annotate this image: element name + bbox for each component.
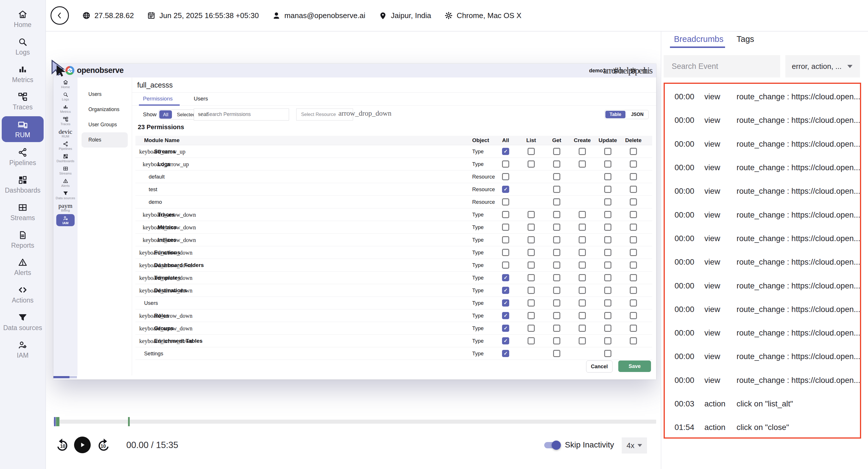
permission-checkbox-update[interactable]	[604, 274, 611, 281]
permission-checkbox-delete[interactable]	[630, 274, 637, 281]
iam-menu-item-user-groups[interactable]: User Groups	[78, 117, 132, 132]
permission-checkbox-all[interactable]	[502, 337, 509, 344]
permission-checkbox-create[interactable]	[579, 261, 586, 269]
replay-sidebar-item-alerts[interactable]: Alerts	[53, 177, 78, 189]
permission-checkbox-all[interactable]	[502, 324, 509, 332]
sidebar-item-alerts[interactable]: Alerts	[2, 253, 43, 281]
replay-sidebar-item-metrics[interactable]: Metrics	[53, 103, 78, 115]
permission-checkbox-delete[interactable]	[630, 324, 637, 332]
rewind-10-button[interactable]: 10	[55, 437, 71, 453]
permission-checkbox-list[interactable]	[528, 300, 535, 307]
sidebar-item-metrics[interactable]: Metrics	[2, 60, 43, 88]
breadcrumb-row[interactable]: 00:00viewroute_change : https://cloud.op…	[665, 132, 860, 156]
permission-checkbox-all[interactable]	[502, 160, 509, 168]
permission-checkbox-all[interactable]	[502, 274, 509, 281]
permission-checkbox-get[interactable]	[553, 350, 560, 357]
permission-checkbox-create[interactable]	[579, 211, 586, 218]
permission-checkbox-update[interactable]	[604, 224, 611, 231]
replay-sidebar-item-home[interactable]: Home	[53, 78, 78, 90]
forward-10-button[interactable]: 10	[95, 437, 112, 453]
tab-tags[interactable]: Tags	[737, 32, 754, 46]
permission-checkbox-delete[interactable]	[630, 186, 637, 193]
breadcrumb-row[interactable]: 00:00viewroute_change : https://cloud.op…	[665, 156, 860, 179]
sidebar-item-rum[interactable]: RUM	[2, 116, 43, 142]
replay-sidebar-item-logs[interactable]: Logs	[53, 90, 78, 103]
timeline-event-marker[interactable]	[128, 417, 130, 426]
permission-checkbox-delete[interactable]	[630, 249, 637, 256]
permission-checkbox-create[interactable]	[579, 249, 586, 256]
breadcrumb-row[interactable]: 00:00viewroute_change : https://cloud.op…	[665, 203, 860, 226]
permission-checkbox-get[interactable]	[553, 287, 560, 294]
permission-checkbox-all[interactable]	[502, 312, 509, 319]
timeline-event-marker[interactable]	[54, 417, 56, 426]
permission-checkbox-update[interactable]	[604, 324, 611, 332]
permission-checkbox-list[interactable]	[528, 236, 535, 243]
tab-users[interactable]: Users	[194, 93, 208, 105]
save-button[interactable]: Save	[618, 361, 651, 372]
breadcrumb-row[interactable]: 00:00viewroute_change : https://cloud.op…	[665, 227, 860, 250]
replay-sidebar-item-streams[interactable]: Streams	[53, 164, 78, 177]
permission-checkbox-create[interactable]	[579, 324, 586, 332]
permission-checkbox-all[interactable]	[502, 287, 509, 294]
sidebar-item-logs[interactable]: Logs	[2, 33, 43, 60]
table-view-button[interactable]: Table	[606, 111, 626, 118]
permission-checkbox-delete[interactable]	[630, 160, 637, 168]
iam-menu-item-organizations[interactable]: Organizations	[78, 102, 132, 117]
permission-checkbox-get[interactable]	[553, 261, 560, 269]
breadcrumb-row[interactable]: 00:00viewroute_change : https://cloud.op…	[665, 321, 860, 345]
permission-checkbox-delete[interactable]	[630, 300, 637, 307]
permission-checkbox-all[interactable]	[502, 300, 509, 307]
permission-checkbox-get[interactable]	[553, 173, 560, 180]
permission-checkbox-all[interactable]	[502, 211, 509, 218]
breadcrumb-row[interactable]: 00:03actionclick on "list_alt"	[665, 392, 860, 416]
permission-checkbox-update[interactable]	[604, 312, 611, 319]
permission-checkbox-list[interactable]	[528, 337, 535, 344]
replay-sidebar-item-iam[interactable]: IAM	[56, 214, 74, 226]
permission-checkbox-get[interactable]	[553, 148, 560, 155]
permission-checkbox-update[interactable]	[604, 249, 611, 256]
playback-timeline[interactable]	[53, 419, 656, 424]
permission-checkbox-update[interactable]	[604, 148, 611, 155]
permission-checkbox-delete[interactable]	[630, 337, 637, 344]
iam-menu-item-users[interactable]: Users	[78, 87, 132, 102]
permission-checkbox-all[interactable]	[502, 198, 509, 206]
permission-checkbox-delete[interactable]	[630, 224, 637, 231]
permission-checkbox-all[interactable]	[502, 173, 509, 180]
permission-checkbox-get[interactable]	[553, 211, 560, 218]
permission-checkbox-update[interactable]	[604, 173, 611, 180]
permission-checkbox-update[interactable]	[604, 198, 611, 206]
permission-checkbox-get[interactable]	[553, 224, 560, 231]
permission-checkbox-delete[interactable]	[630, 312, 637, 319]
tab-breadcrumbs[interactable]: Breadcrumbs	[674, 32, 723, 46]
permission-checkbox-get[interactable]	[553, 312, 560, 319]
breadcrumb-row[interactable]: 00:00viewroute_change : https://cloud.op…	[665, 274, 860, 298]
cancel-button[interactable]: Cancel	[586, 361, 613, 373]
replay-horizontal-scrollbar[interactable]	[53, 376, 69, 378]
permission-checkbox-get[interactable]	[553, 236, 560, 243]
tab-permissions[interactable]: Permissions	[143, 93, 173, 105]
replay-sidebar-item-pipelines[interactable]: Pipelines	[53, 140, 78, 152]
permission-checkbox-all[interactable]	[502, 236, 509, 243]
breadcrumb-row[interactable]: 00:00viewroute_change : https://cloud.op…	[665, 250, 860, 274]
back-button[interactable]	[51, 6, 69, 25]
permission-checkbox-create[interactable]	[579, 312, 586, 319]
sidebar-item-streams[interactable]: Streams	[2, 198, 43, 226]
search-permissions-input[interactable]: sear Search Permissions	[194, 108, 289, 121]
permission-checkbox-update[interactable]	[604, 350, 611, 357]
permission-checkbox-all[interactable]	[502, 261, 509, 269]
permission-checkbox-get[interactable]	[553, 337, 560, 344]
permission-checkbox-get[interactable]	[553, 198, 560, 206]
permission-checkbox-list[interactable]	[528, 312, 535, 319]
permission-checkbox-update[interactable]	[604, 300, 611, 307]
permission-checkbox-create[interactable]	[579, 337, 586, 344]
replay-sidebar-item-rum[interactable]: devicRUM	[53, 127, 78, 140]
sidebar-item-actions[interactable]: Actions	[2, 281, 43, 308]
breadcrumb-row[interactable]: 00:00viewroute_change : https://cloud.op…	[665, 108, 860, 132]
timeline-event-marker[interactable]	[58, 417, 59, 426]
permission-checkbox-all[interactable]	[502, 224, 509, 231]
permission-checkbox-delete[interactable]	[630, 148, 637, 155]
permission-checkbox-list[interactable]	[528, 148, 535, 155]
sidebar-item-home[interactable]: Home	[2, 5, 43, 33]
permission-checkbox-get[interactable]	[553, 300, 560, 307]
search-event-input[interactable]	[663, 55, 780, 77]
